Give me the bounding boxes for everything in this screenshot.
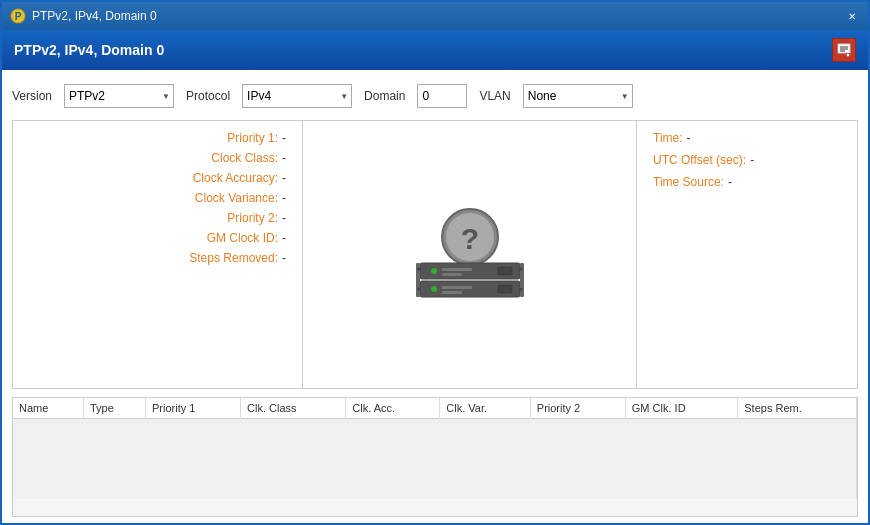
content-area: Priority 1: - Clock Class: - Clock Accur…: [12, 120, 858, 389]
gm-clock-id-value: -: [282, 231, 286, 245]
time-label: Time:: [653, 131, 683, 145]
table-row: [13, 419, 857, 499]
svg-rect-18: [498, 267, 512, 275]
time-value: -: [687, 131, 691, 145]
protocol-select[interactable]: IPv4 IPv6 Ethernet: [242, 84, 352, 108]
col-clk-acc: Clk. Acc.: [346, 398, 440, 419]
title-text: PTPv2, IPv4, Domain 0: [32, 9, 157, 23]
svg-point-26: [417, 287, 420, 290]
action-icon: [837, 43, 851, 57]
col-steps-rem: Steps Rem.: [738, 398, 857, 419]
app-header-title: PTPv2, IPv4, Domain 0: [14, 42, 164, 58]
right-panel: Time: - UTC Offset (sec): - Time Source:…: [637, 121, 857, 388]
svg-text:P: P: [15, 11, 22, 22]
clock-variance-label: Clock Variance:: [195, 191, 278, 205]
table-area: Name Type Priority 1 Clk. Class Clk. Acc…: [12, 397, 858, 517]
col-name: Name: [13, 398, 83, 419]
svg-text:?: ?: [460, 222, 478, 255]
clock-class-row: Clock Class: -: [29, 151, 286, 165]
title-bar: P PTPv2, IPv4, Domain 0 ✕: [2, 2, 868, 30]
priority2-label: Priority 2:: [227, 211, 278, 225]
main-table: Name Type Priority 1 Clk. Class Clk. Acc…: [13, 398, 857, 499]
table-body: [13, 419, 857, 499]
svg-rect-16: [442, 268, 472, 271]
svg-point-25: [417, 267, 420, 270]
close-button[interactable]: ✕: [844, 8, 860, 24]
utc-offset-row: UTC Offset (sec): -: [653, 153, 841, 167]
vlan-select[interactable]: None VLAN 1 VLAN 2: [523, 84, 633, 108]
time-source-label: Time Source:: [653, 175, 724, 189]
col-priority2: Priority 2: [530, 398, 625, 419]
svg-point-19: [431, 286, 437, 292]
vlan-label: VLAN: [479, 89, 510, 103]
center-panel: ?: [303, 121, 637, 388]
svg-point-15: [431, 268, 437, 274]
header-action-button[interactable]: [832, 38, 856, 62]
app-header: PTPv2, IPv4, Domain 0: [2, 30, 868, 70]
clock-class-value: -: [282, 151, 286, 165]
priority2-value: -: [282, 211, 286, 225]
svg-rect-22: [498, 285, 512, 293]
app-icon: P: [10, 8, 26, 24]
steps-removed-row: Steps Removed: -: [29, 251, 286, 265]
priority1-label: Priority 1:: [227, 131, 278, 145]
steps-removed-value: -: [282, 251, 286, 265]
utc-offset-label: UTC Offset (sec):: [653, 153, 746, 167]
version-label: Version: [12, 89, 52, 103]
clock-class-label: Clock Class:: [211, 151, 278, 165]
clock-variance-row: Clock Variance: -: [29, 191, 286, 205]
svg-rect-21: [442, 291, 462, 294]
clock-accuracy-row: Clock Accuracy: -: [29, 171, 286, 185]
col-gm-clk-id: GM Clk. ID: [625, 398, 737, 419]
server-question-icon: ?: [410, 205, 530, 305]
priority1-value: -: [282, 131, 286, 145]
device-icon-container: ?: [410, 205, 530, 305]
col-clk-var: Clk. Var.: [440, 398, 531, 419]
priority2-row: Priority 2: -: [29, 211, 286, 225]
toolbar-row: Version PTPv2 PTPv1 Protocol IPv4 IPv6 E…: [12, 80, 858, 112]
clock-accuracy-value: -: [282, 171, 286, 185]
domain-label: Domain: [364, 89, 405, 103]
steps-removed-label: Steps Removed:: [189, 251, 278, 265]
protocol-label: Protocol: [186, 89, 230, 103]
main-container: Version PTPv2 PTPv1 Protocol IPv4 IPv6 E…: [2, 70, 868, 525]
svg-rect-17: [442, 273, 462, 276]
utc-offset-value: -: [750, 153, 754, 167]
clock-accuracy-label: Clock Accuracy:: [193, 171, 278, 185]
time-row: Time: -: [653, 131, 841, 145]
time-source-value: -: [728, 175, 732, 189]
svg-rect-20: [442, 286, 472, 289]
left-panel: Priority 1: - Clock Class: - Clock Accur…: [13, 121, 303, 388]
svg-point-28: [519, 287, 522, 290]
version-select[interactable]: PTPv2 PTPv1: [64, 84, 174, 108]
domain-input[interactable]: [417, 84, 467, 108]
svg-point-27: [519, 267, 522, 270]
time-source-row: Time Source: -: [653, 175, 841, 189]
col-clk-class: Clk. Class: [241, 398, 346, 419]
gm-clock-id-label: GM Clock ID:: [207, 231, 278, 245]
clock-variance-value: -: [282, 191, 286, 205]
col-priority1: Priority 1: [146, 398, 241, 419]
priority1-row: Priority 1: -: [29, 131, 286, 145]
table-header-row: Name Type Priority 1 Clk. Class Clk. Acc…: [13, 398, 857, 419]
gm-clock-id-row: GM Clock ID: -: [29, 231, 286, 245]
col-type: Type: [83, 398, 145, 419]
